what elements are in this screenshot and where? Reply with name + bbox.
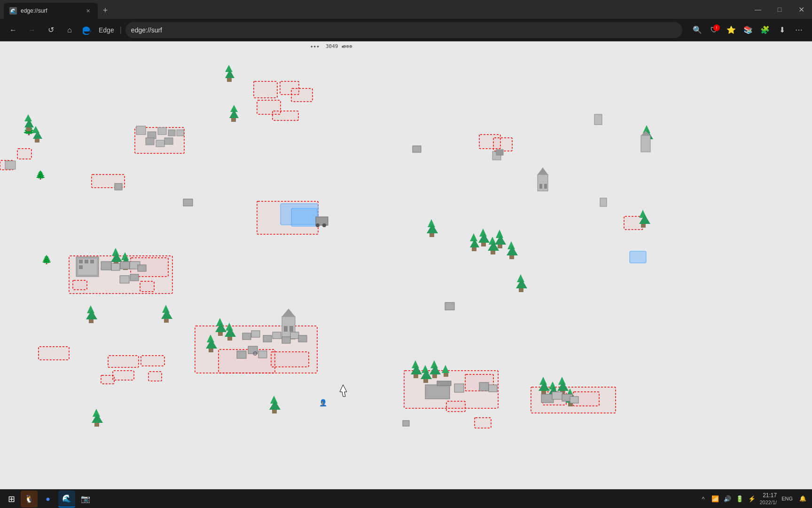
tab-bar: 🌊 edge://surf ✕ + ✕ □ —	[0, 0, 812, 19]
edge-logo	[81, 24, 94, 37]
taskbar-edge[interactable]: 🌊	[58, 491, 75, 508]
svg-rect-107	[209, 349, 213, 352]
restore-button[interactable]: □	[769, 0, 790, 19]
refresh-icon: ↺	[48, 25, 54, 34]
chevron-up-icon[interactable]: ^	[698, 494, 708, 503]
address-separator: |	[120, 26, 122, 34]
svg-rect-72	[498, 245, 502, 248]
svg-rect-104	[227, 337, 232, 341]
tab-close-button[interactable]: ✕	[84, 7, 92, 15]
svg-rect-177	[251, 331, 260, 337]
svg-rect-160	[164, 138, 173, 144]
svg-rect-134	[79, 260, 83, 263]
window-minimize-button[interactable]: —	[747, 0, 769, 19]
svg-rect-128	[429, 233, 434, 237]
svg-rect-167	[5, 161, 16, 169]
home-icon: ⌂	[67, 26, 72, 34]
svg-rect-186	[479, 382, 489, 391]
svg-rect-161	[183, 199, 193, 206]
svg-rect-81	[423, 379, 428, 383]
game-canvas: ✦✦✦ 3049 ★ ⊕⊕⊕	[0, 41, 812, 489]
sound-icon[interactable]: 🔊	[723, 494, 732, 503]
svg-rect-119	[272, 410, 277, 413]
svg-point-193	[316, 223, 320, 227]
svg-rect-131	[519, 288, 523, 292]
svg-rect-63	[472, 247, 476, 251]
minimize-button[interactable]: ✕	[790, 0, 812, 19]
svg-rect-155	[158, 127, 166, 135]
svg-text:🌲: 🌲	[35, 170, 46, 180]
svg-rect-151	[284, 326, 288, 332]
svg-rect-51	[227, 78, 232, 82]
chrome-icon: ●	[46, 495, 50, 503]
active-tab[interactable]: 🌊 edge://surf ✕	[4, 3, 98, 19]
svg-rect-48	[35, 139, 39, 143]
search-sidebar-button[interactable]: 🔍	[690, 23, 705, 38]
edge-taskbar-icon: 🌊	[62, 494, 71, 503]
game-area[interactable]: ✦✦✦ 3049 ★ ⊕⊕⊕	[0, 41, 812, 489]
svg-rect-148	[544, 184, 547, 189]
svg-text:✦✦✦: ✦✦✦	[310, 43, 320, 49]
svg-rect-162	[413, 146, 421, 152]
svg-rect-26	[271, 352, 309, 367]
taskbar-media[interactable]: 📷	[77, 491, 94, 508]
svg-rect-187	[489, 385, 497, 392]
battery-icon[interactable]: 🔋	[735, 494, 744, 503]
svg-rect-27	[39, 347, 69, 360]
svg-rect-125	[94, 423, 99, 427]
back-icon: ←	[9, 26, 17, 34]
svg-rect-122	[89, 319, 94, 323]
svg-rect-31	[148, 372, 162, 381]
address-bar-container[interactable]	[125, 22, 682, 38]
extensions-button[interactable]: 🧩	[757, 23, 773, 38]
favorites-icon: ⭐	[726, 25, 736, 34]
forward-button[interactable]: →	[24, 23, 39, 38]
svg-rect-9	[17, 149, 31, 159]
settings-button[interactable]: ⋯	[791, 23, 806, 38]
svg-rect-172	[496, 150, 503, 155]
svg-rect-163	[594, 114, 602, 125]
home-button[interactable]: ⌂	[62, 23, 77, 38]
language-indicator: ENG	[780, 496, 795, 501]
svg-rect-188	[541, 394, 554, 403]
collections-button[interactable]: 📚	[741, 23, 756, 38]
svg-rect-4	[254, 81, 277, 98]
taskbar-ubuntu[interactable]: 🐧	[21, 491, 38, 508]
browser-essentials-button[interactable]: 🛡 !	[707, 23, 722, 38]
svg-text:3049 ★: 3049 ★	[326, 43, 344, 49]
svg-rect-54	[231, 118, 236, 122]
address-input[interactable]	[131, 26, 677, 34]
svg-rect-179	[273, 332, 281, 339]
notification-button[interactable]: 🔔	[797, 495, 808, 502]
svg-rect-32	[101, 375, 114, 384]
svg-rect-144	[130, 274, 139, 281]
svg-rect-78	[414, 374, 418, 378]
svg-rect-135	[85, 260, 88, 263]
tab-favicon: 🌊	[9, 7, 17, 15]
time-display: 21:17 2022/1/	[759, 492, 777, 506]
svg-rect-101	[218, 332, 223, 336]
svg-rect-153	[136, 126, 146, 135]
svg-rect-66	[481, 243, 486, 246]
downloads-button[interactable]: ⬇	[774, 23, 789, 38]
network-icon[interactable]: 📶	[710, 494, 720, 503]
back-button[interactable]: ←	[6, 23, 21, 38]
svg-rect-30	[141, 356, 164, 366]
svg-rect-184	[437, 381, 451, 386]
svg-rect-185	[454, 384, 464, 392]
bluetooth-icon[interactable]: ⚡	[747, 494, 757, 503]
svg-point-194	[322, 223, 326, 227]
media-icon: 📷	[81, 494, 90, 503]
svg-rect-189	[552, 392, 562, 399]
new-tab-button[interactable]: +	[99, 4, 112, 17]
favorites-button[interactable]: ⭐	[724, 23, 739, 38]
start-button[interactable]: ⊞	[4, 492, 19, 507]
svg-rect-138	[101, 262, 111, 270]
svg-rect-164	[600, 198, 607, 206]
svg-rect-168	[115, 183, 122, 190]
forward-icon: →	[28, 26, 36, 34]
refresh-button[interactable]: ↺	[43, 23, 58, 38]
taskbar-chrome[interactable]: ●	[39, 491, 56, 508]
svg-rect-173	[237, 351, 246, 358]
svg-rect-159	[156, 140, 164, 147]
